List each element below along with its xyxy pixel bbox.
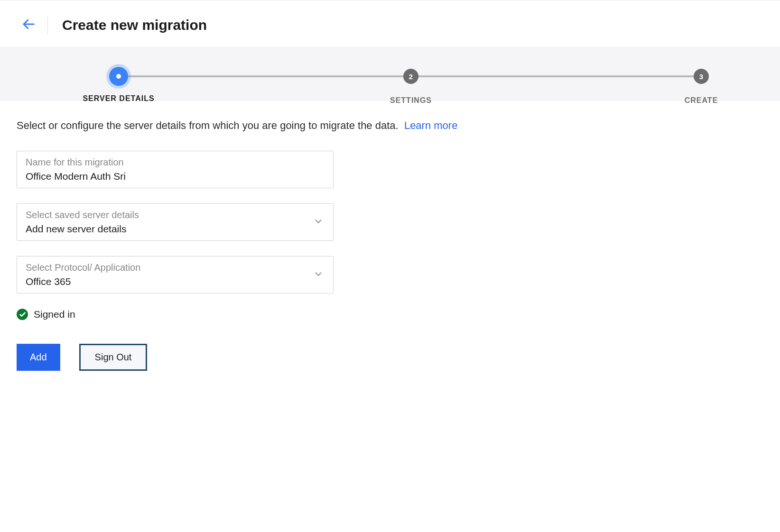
instruction-text: Select or configure the server details f… (17, 119, 763, 132)
page-header: Create new migration (0, 0, 780, 48)
back-arrow-icon[interactable] (19, 15, 38, 36)
step-label: SERVER DETAILS (83, 94, 154, 103)
step-label: CREATE (685, 96, 718, 105)
protocol-select[interactable]: Select Protocol/ Application Office 365 (17, 256, 334, 294)
step-circle: 3 (694, 69, 709, 84)
step-settings[interactable]: 2 SETTINGS (403, 69, 418, 84)
signout-button[interactable]: Sign Out (79, 344, 148, 371)
step-line (418, 75, 695, 77)
main-content: Select or configure the server details f… (0, 101, 780, 390)
add-button[interactable]: Add (17, 344, 60, 371)
field-label: Name for this migration (26, 157, 325, 168)
header-divider (47, 16, 48, 35)
step-line (127, 75, 404, 77)
check-circle-icon (17, 309, 28, 320)
migration-name-field[interactable]: Name for this migration Office Modern Au… (17, 151, 334, 188)
status-text: Signed in (34, 309, 75, 320)
step-create[interactable]: 3 CREATE (694, 69, 709, 84)
stepper: SERVER DETAILS 2 SETTINGS 3 CREATE (47, 67, 733, 86)
chevron-down-icon (313, 216, 324, 229)
step-circle-active (109, 67, 128, 86)
stepper-bar: SERVER DETAILS 2 SETTINGS 3 CREATE (0, 48, 780, 101)
field-value: Office 365 (26, 276, 325, 287)
button-row: Add Sign Out (17, 344, 763, 371)
page-title: Create new migration (62, 17, 207, 33)
step-circle: 2 (403, 69, 418, 84)
saved-server-select[interactable]: Select saved server details Add new serv… (17, 203, 334, 241)
step-label: SETTINGS (390, 96, 432, 105)
chevron-down-icon (313, 269, 324, 281)
instruction-body: Select or configure the server details f… (17, 119, 399, 131)
field-value: Office Modern Auth Sri (26, 171, 325, 182)
field-label: Select saved server details (26, 210, 325, 220)
learn-more-link[interactable]: Learn more (404, 119, 458, 131)
field-value: Add new server details (26, 223, 325, 235)
signin-status: Signed in (17, 309, 763, 320)
field-label: Select Protocol/ Application (26, 262, 325, 273)
step-server-details[interactable]: SERVER DETAILS (109, 67, 128, 86)
